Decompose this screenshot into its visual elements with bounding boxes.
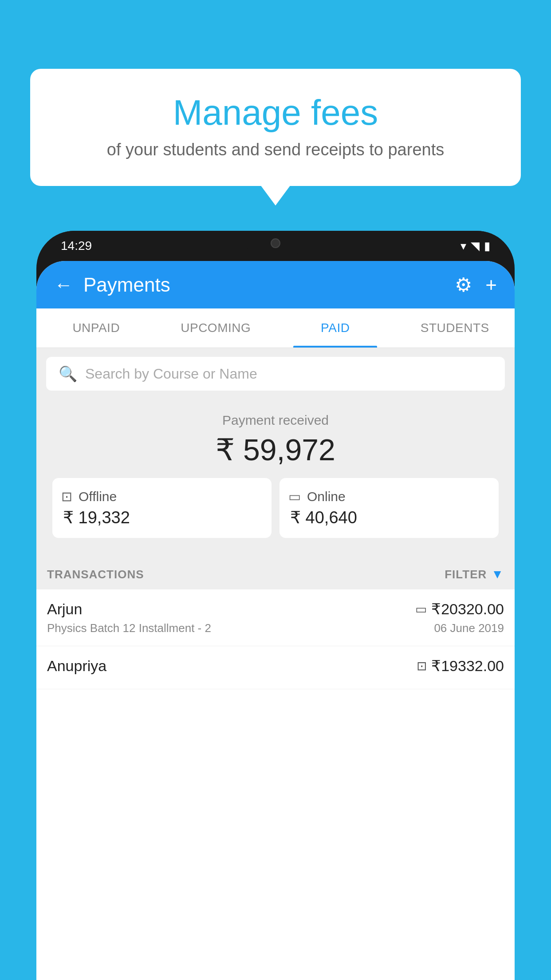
tabs-container: UNPAID UPCOMING PAID STUDENTS [36,308,515,348]
transactions-header: TRANSACTIONS FILTER ▼ [36,559,515,589]
settings-button[interactable]: ⚙ [455,273,472,296]
app-screen: ← Payments ⚙ + UNPAID UPCOMING PAID STUD… [36,261,515,980]
filter-button[interactable]: FILTER ▼ [445,567,504,581]
payment-cards: ⊡ Offline ₹ 19,332 ▭ Online ₹ 40,640 [45,478,506,549]
transactions-label: TRANSACTIONS [47,568,144,581]
payment-summary: Payment received ₹ 59,972 ⊡ Offline ₹ 19… [36,399,515,559]
transaction-top: Arjun ▭ ₹20320.00 [47,600,504,618]
payment-received-label: Payment received [45,413,506,428]
tab-upcoming[interactable]: UPCOMING [156,308,276,348]
payment-total-amount: ₹ 59,972 [45,432,506,467]
online-label: Online [307,489,346,504]
transaction-amount: ₹19332.00 [431,657,504,675]
bubble-title: Manage fees [52,93,499,132]
transaction-name: Anupriya [47,657,106,675]
card-payment-icon: ▭ [415,602,427,616]
transaction-top: Anupriya ⊡ ₹19332.00 [47,657,504,675]
cash-payment-icon: ⊡ [417,659,427,673]
transaction-amount: ₹20320.00 [431,600,504,618]
offline-card: ⊡ Offline ₹ 19,332 [52,478,272,538]
online-amount: ₹ 40,640 [288,508,357,527]
add-button[interactable]: + [485,274,497,296]
header-left: ← Payments [54,274,170,296]
speech-bubble: Manage fees of your students and send re… [30,69,521,186]
search-bar[interactable]: 🔍 Search by Course or Name [46,357,505,391]
online-card-header: ▭ Online [288,489,346,504]
back-button[interactable]: ← [54,274,73,296]
page-title: Payments [83,274,170,296]
transaction-name: Arjun [47,601,82,618]
signal-icon: ◥ [471,239,480,253]
filter-icon: ▼ [491,567,504,581]
search-icon: 🔍 [59,365,77,383]
bubble-subtitle: of your students and send receipts to pa… [52,140,499,159]
offline-label: Offline [79,489,117,504]
tab-students[interactable]: STUDENTS [395,308,515,348]
status-bar: 14:29 ▾ ◥ ▮ [36,231,515,261]
camera-dot [271,238,280,248]
notch [244,231,307,255]
transaction-amount-wrap: ⊡ ₹19332.00 [417,657,504,675]
search-container: 🔍 Search by Course or Name [36,348,515,399]
transaction-amount-wrap: ▭ ₹20320.00 [415,600,504,618]
wifi-icon: ▾ [460,239,466,253]
transaction-date: 06 June 2019 [434,621,504,635]
offline-amount: ₹ 19,332 [61,508,130,527]
transactions-list: Arjun ▭ ₹20320.00 Physics Batch 12 Insta… [36,589,515,980]
tab-unpaid[interactable]: UNPAID [36,308,156,348]
battery-icon: ▮ [484,239,490,253]
offline-icon: ⊡ [61,489,72,504]
table-row[interactable]: Anupriya ⊡ ₹19332.00 [36,646,515,689]
filter-label: FILTER [445,568,487,581]
table-row[interactable]: Arjun ▭ ₹20320.00 Physics Batch 12 Insta… [36,589,515,646]
online-card: ▭ Online ₹ 40,640 [279,478,499,538]
status-icons: ▾ ◥ ▮ [460,239,490,253]
app-header: ← Payments ⚙ + [36,261,515,308]
online-icon: ▭ [288,489,301,504]
phone-frame: 14:29 ▾ ◥ ▮ ← Payments ⚙ + UNPAID UPCOMI… [36,231,515,980]
tab-paid[interactable]: PAID [276,308,395,348]
search-placeholder: Search by Course or Name [85,366,257,382]
status-time: 14:29 [61,239,92,253]
transaction-bottom: Physics Batch 12 Installment - 2 06 June… [47,621,504,635]
offline-card-header: ⊡ Offline [61,489,117,504]
header-right: ⚙ + [455,273,497,296]
transaction-desc: Physics Batch 12 Installment - 2 [47,621,211,635]
